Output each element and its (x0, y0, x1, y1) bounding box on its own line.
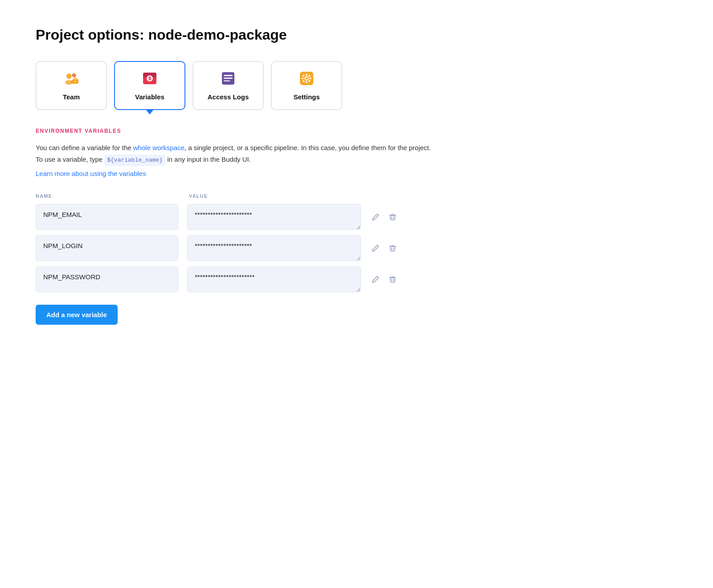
svg-point-18 (306, 78, 308, 80)
svg-rect-22 (309, 78, 311, 79)
variable-value-input-1[interactable]: ********************** (187, 204, 361, 230)
tab-settings[interactable]: Settings (271, 61, 342, 110)
access-logs-icon (220, 70, 236, 89)
desc-part3: in any input in the Buddy UI. (165, 155, 251, 163)
variable-value-input-2[interactable]: ********************** (187, 235, 361, 261)
team-icon (63, 70, 79, 89)
variable-actions-1 (370, 204, 398, 230)
svg-rect-15 (224, 80, 230, 82)
page-title: Project options: node-demo-package (36, 27, 499, 43)
section-label: ENVIRONMENT VARIABLES (36, 128, 499, 134)
svg-text:$: $ (148, 76, 151, 81)
name-header: NAME (36, 193, 178, 199)
description-text: You can define a variable for the whole … (36, 142, 437, 166)
tab-settings-label: Settings (293, 93, 320, 101)
svg-rect-14 (224, 78, 233, 79)
learn-more-link[interactable]: Learn more about using the variables (36, 170, 499, 177)
svg-rect-21 (302, 78, 304, 79)
tab-variables[interactable]: $ Variables (114, 61, 185, 110)
table-row: NPM_EMAIL ********************** (36, 204, 499, 230)
svg-point-1 (72, 74, 76, 78)
edit-button-1[interactable] (370, 211, 381, 223)
svg-point-0 (66, 74, 72, 79)
delete-button-2[interactable] (387, 242, 398, 254)
table-row: NPM_LOGIN ********************** (36, 235, 499, 261)
variable-name-input-1[interactable]: NPM_EMAIL (36, 204, 178, 230)
edit-button-3[interactable] (370, 274, 381, 285)
svg-rect-20 (306, 81, 307, 83)
settings-icon (299, 70, 315, 89)
tab-navigation: Team $ Variables Access Logs (36, 61, 499, 110)
add-variable-button[interactable]: Add a new variable (36, 305, 118, 325)
variable-actions-2 (370, 235, 398, 261)
tab-variables-label: Variables (135, 93, 164, 101)
workspace-link[interactable]: whole workspace (133, 144, 184, 151)
delete-button-1[interactable] (387, 211, 398, 223)
variable-name-input-3[interactable]: NPM_PASSWORD (36, 266, 178, 292)
svg-rect-19 (306, 74, 307, 76)
variable-actions-3 (370, 266, 398, 292)
tab-access-logs-label: Access Logs (208, 93, 249, 101)
tab-team[interactable]: Team (36, 61, 107, 110)
variable-rows: NPM_EMAIL ********************** (36, 204, 499, 292)
variables-icon: $ (142, 70, 158, 89)
desc-part1: You can define a variable for the (36, 144, 133, 151)
variable-value-input-3[interactable]: *********************** (187, 266, 361, 292)
delete-button-3[interactable] (387, 274, 398, 285)
value-header: VALUE (189, 193, 363, 199)
code-variable: ${variable_name} (104, 155, 165, 166)
edit-button-2[interactable] (370, 242, 381, 254)
variable-name-input-2[interactable]: NPM_LOGIN (36, 235, 178, 261)
svg-rect-13 (224, 75, 233, 76)
svg-point-6 (75, 81, 76, 82)
env-variables-section: ENVIRONMENT VARIABLES You can define a v… (36, 128, 499, 325)
variable-table-headers: NAME VALUE (36, 193, 499, 199)
tab-access-logs[interactable]: Access Logs (193, 61, 264, 110)
tab-team-label: Team (63, 93, 80, 101)
table-row: NPM_PASSWORD *********************** (36, 266, 499, 292)
